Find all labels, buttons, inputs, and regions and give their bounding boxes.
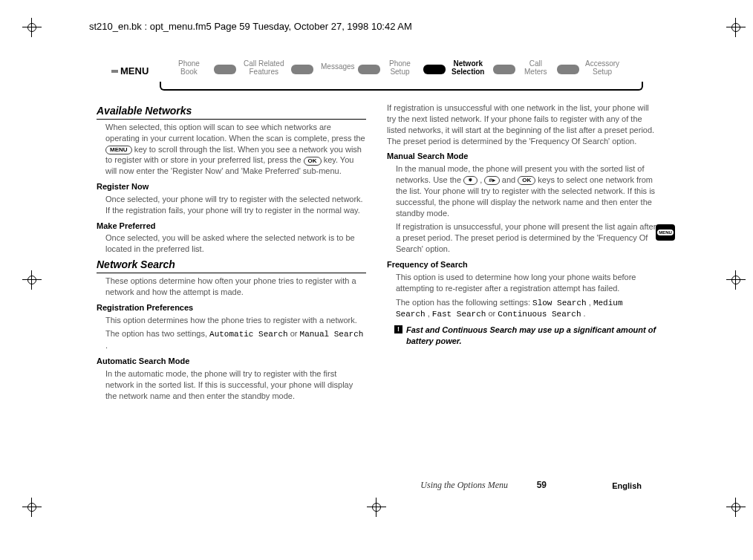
content: MENU Phone Book Call Related Features Me… bbox=[97, 59, 656, 515]
nav-call-meters: Call Meters bbox=[524, 59, 547, 76]
nav-phone-book: Phone Book bbox=[178, 59, 200, 76]
side-tab-menu: MENU bbox=[656, 224, 675, 241]
warning-icon: ! bbox=[394, 325, 402, 333]
para: Once selected, your phone will try to re… bbox=[105, 194, 366, 216]
cropmark-bl bbox=[22, 498, 42, 517]
para: The option has the following settings: S… bbox=[396, 297, 656, 321]
para: This option determines how the phone tri… bbox=[105, 315, 366, 326]
para: Once selected, you will be asked where t… bbox=[105, 232, 366, 255]
para: If registration is unsuccessful with one… bbox=[387, 102, 656, 146]
nav-menu-label: MENU bbox=[120, 65, 149, 76]
footer-language: English bbox=[604, 480, 649, 492]
para: In the automatic mode, the phone will tr… bbox=[105, 368, 366, 402]
para: The option has two settings, Automatic S… bbox=[105, 328, 366, 351]
heading-freq-search: Frequency of Search bbox=[387, 259, 656, 270]
menu-dash-icon bbox=[111, 70, 118, 73]
heading-make-preferred: Make Preferred bbox=[97, 221, 366, 232]
ok-key-icon: OK bbox=[304, 157, 322, 166]
nav-bracket bbox=[160, 82, 643, 91]
nav-messages: Messages bbox=[321, 62, 355, 71]
nav-pill-active bbox=[423, 65, 446, 74]
nav-accessory-setup: Accessory Setup bbox=[585, 59, 619, 76]
nav-network-selection: Network Selection bbox=[452, 59, 484, 76]
cropmark-tr bbox=[726, 18, 746, 37]
para: When selected, this option will scan to … bbox=[105, 122, 366, 177]
ok-key-icon: OK bbox=[518, 176, 535, 185]
heading-registration-pref: Registration Preferences bbox=[97, 302, 366, 313]
page-header: st210_en.bk : opt_menu.fm5 Page 59 Tuesd… bbox=[89, 21, 412, 32]
columns: Available Networks When selected, this o… bbox=[97, 101, 656, 405]
para: These options determine how often your p… bbox=[105, 276, 366, 298]
footer-page: 59 bbox=[537, 480, 547, 490]
cropmark-tl bbox=[22, 18, 42, 37]
para: In the manual mode, the phone will prese… bbox=[396, 163, 656, 218]
warning-note: ! Fast and Continuous Search may use up … bbox=[396, 325, 656, 347]
nav-call-related: Call Related Features bbox=[244, 59, 284, 76]
nav-bar: MENU Phone Book Call Related Features Me… bbox=[97, 59, 656, 95]
right-column: If registration is unsuccessful with one… bbox=[387, 101, 656, 405]
star-key-icon: ⁕ bbox=[463, 176, 477, 185]
cropmark-mr bbox=[726, 270, 746, 290]
para: This option is used to determine how lon… bbox=[396, 272, 656, 294]
heading-auto-search: Automatic Search Mode bbox=[97, 356, 366, 367]
heading-manual-search: Manual Search Mode bbox=[387, 151, 656, 162]
cropmark-br bbox=[726, 498, 746, 517]
heading-register-now: Register Now bbox=[97, 181, 366, 192]
nav-pill bbox=[358, 65, 380, 74]
para: If registration is unsuccessful, your ph… bbox=[396, 221, 656, 255]
nav-pill bbox=[291, 65, 313, 74]
cropmark-ml bbox=[22, 270, 42, 290]
heading-available-networks: Available Networks bbox=[97, 104, 366, 120]
footer-title: Using the Options Menu bbox=[420, 480, 508, 491]
nav-pill bbox=[493, 65, 515, 74]
nav-pill bbox=[557, 65, 579, 74]
nav-pill bbox=[214, 65, 236, 74]
left-column: Available Networks When selected, this o… bbox=[97, 101, 366, 405]
footer: Using the Options Menu 59 English bbox=[97, 480, 656, 495]
hash-key-icon: #▸ bbox=[484, 176, 499, 185]
heading-network-search: Network Search bbox=[97, 258, 366, 273]
menu-key-icon: MENU bbox=[105, 146, 132, 154]
nav-phone-setup: Phone Setup bbox=[389, 59, 411, 76]
